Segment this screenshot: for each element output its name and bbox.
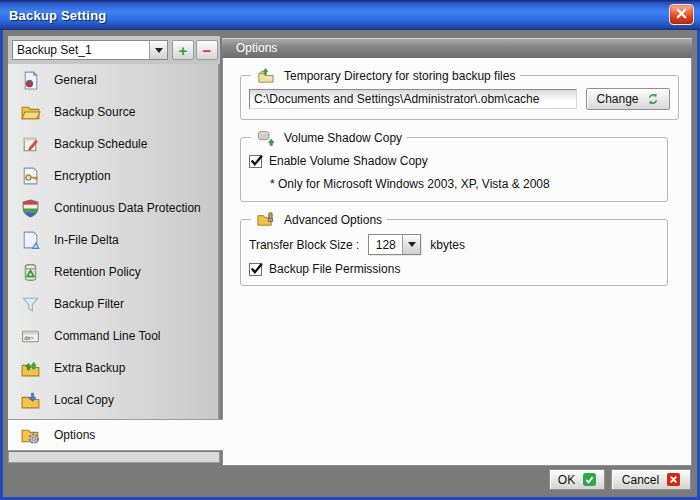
cancel-button-label: Cancel	[622, 473, 659, 487]
volume-shadow-copy-title: Volume Shadow Copy	[284, 131, 402, 145]
sidebar-item-local-copy[interactable]: Local Copy	[8, 384, 218, 416]
backup-setting-dialog: Backup Setting Backup Set_1 + − General …	[0, 0, 700, 500]
sidebar-item-label: Retention Policy	[54, 265, 141, 279]
sidebar-item-label: Extra Backup	[54, 361, 125, 375]
options-panel: Temporary Directory for storing backup f…	[222, 58, 692, 466]
cancel-x-icon	[667, 473, 680, 486]
refresh-arrows-icon	[646, 92, 660, 106]
change-button[interactable]: Change	[586, 88, 670, 110]
dropdown-arrow-button[interactable]	[149, 41, 167, 59]
titlebar: Backup Setting	[0, 0, 700, 30]
sidebar-item-command-line-tool[interactable]: dir> Command Line Tool	[8, 320, 218, 352]
backup-file-permissions-label: Backup File Permissions	[269, 262, 400, 276]
advanced-options-title: Advanced Options	[284, 213, 382, 227]
ok-button[interactable]: OK	[549, 469, 605, 490]
dialog-footer: OK Cancel	[549, 469, 691, 490]
filter-funnel-icon	[20, 294, 41, 315]
options-gear-icon	[20, 425, 41, 446]
backup-source-folder-icon	[20, 102, 41, 123]
retention-bin-icon	[20, 262, 41, 283]
add-backup-set-button[interactable]: +	[172, 40, 194, 60]
sidebar-item-backup-source[interactable]: Backup Source	[8, 96, 218, 128]
sidebar-item-label: Encryption	[54, 169, 111, 183]
backup-file-permissions-checkbox[interactable]	[249, 263, 262, 276]
minus-icon: −	[203, 43, 212, 58]
sidebar-item-label: Options	[54, 428, 95, 442]
cancel-button[interactable]: Cancel	[611, 469, 691, 490]
plus-icon: +	[179, 43, 188, 58]
shadow-copy-disks-icon	[256, 128, 275, 147]
backup-set-dropdown-value: Backup Set_1	[13, 41, 149, 59]
sidebar-bottom-strip	[8, 452, 220, 463]
sidebar-item-extra-backup[interactable]: Extra Backup	[8, 352, 218, 384]
command-line-icon: dir>	[20, 326, 41, 347]
chevron-down-icon	[408, 242, 416, 247]
general-icon	[20, 70, 41, 91]
backup-set-dropdown[interactable]: Backup Set_1	[12, 40, 168, 60]
sidebar-item-backup-schedule[interactable]: Backup Schedule	[8, 128, 218, 160]
temp-dir-path-input[interactable]	[249, 89, 577, 109]
sidebar-item-label: Backup Source	[54, 105, 135, 119]
remove-backup-set-button[interactable]: −	[196, 40, 218, 60]
close-x-icon	[675, 6, 688, 24]
temp-dir-group-title: Temporary Directory for storing backup f…	[284, 69, 515, 83]
vsc-note: * Only for Microsoft Windows 2003, XP, V…	[270, 177, 659, 191]
enable-vsc-checkbox[interactable]	[249, 155, 262, 168]
sidebar-item-label: General	[54, 73, 97, 87]
chevron-down-icon	[155, 48, 163, 53]
sidebar-item-general[interactable]: General	[8, 64, 218, 96]
in-file-delta-icon	[20, 230, 41, 251]
transfer-block-size-label: Transfer Block Size :	[249, 238, 359, 252]
transfer-block-size-dropdown[interactable]: 128	[368, 234, 421, 255]
sidebar-item-label: Backup Schedule	[54, 137, 147, 151]
sidebar-item-continuous-data-protection[interactable]: Continuous Data Protection	[8, 192, 218, 224]
advanced-folder-icon	[256, 210, 275, 229]
sidebar-item-label: Command Line Tool	[54, 329, 161, 343]
sidebar-item-label: Continuous Data Protection	[54, 201, 201, 215]
local-copy-folder-icon	[20, 390, 41, 411]
extra-backup-folder-icon	[20, 358, 41, 379]
ok-button-label: OK	[558, 473, 575, 487]
enable-vsc-label: Enable Volume Shadow Copy	[269, 154, 428, 168]
transfer-block-size-unit: kbytes	[430, 238, 465, 252]
transfer-block-size-value: 128	[369, 235, 402, 254]
sidebar-item-retention-policy[interactable]: Retention Policy	[8, 256, 218, 288]
svg-text:dir>: dir>	[24, 335, 34, 341]
advanced-options-group: Advanced Options Transfer Block Size : 1…	[240, 210, 668, 286]
encryption-key-icon	[20, 166, 41, 187]
panel-header: Options	[222, 38, 692, 58]
sidebar-item-label: In-File Delta	[54, 233, 119, 247]
window-border-left	[0, 30, 3, 500]
change-button-label: Change	[596, 92, 638, 106]
dropdown-arrow-button[interactable]	[402, 235, 420, 254]
temp-dir-folder-icon	[256, 66, 275, 85]
sidebar-item-in-file-delta[interactable]: In-File Delta	[8, 224, 218, 256]
sidebar-item-backup-filter[interactable]: Backup Filter	[8, 288, 218, 320]
sidebar-item-options-selected[interactable]: Options	[8, 419, 223, 451]
volume-shadow-copy-group: Volume Shadow Copy Enable Volume Shadow …	[240, 128, 668, 202]
sidebar-item-label: Backup Filter	[54, 297, 124, 311]
sidebar-item-label: Local Copy	[54, 393, 114, 407]
close-button[interactable]	[669, 4, 694, 25]
sidebar-item-encryption[interactable]: Encryption	[8, 160, 218, 192]
window-title: Backup Setting	[0, 8, 106, 23]
sidebar-menu: General Backup Source Backup Schedule En…	[8, 64, 220, 419]
cdp-shield-icon	[20, 198, 41, 219]
ok-check-icon	[583, 473, 596, 486]
panel-title: Options	[236, 41, 277, 55]
temp-dir-group: Temporary Directory for storing backup f…	[240, 66, 679, 120]
schedule-notepad-pencil-icon	[20, 134, 41, 155]
